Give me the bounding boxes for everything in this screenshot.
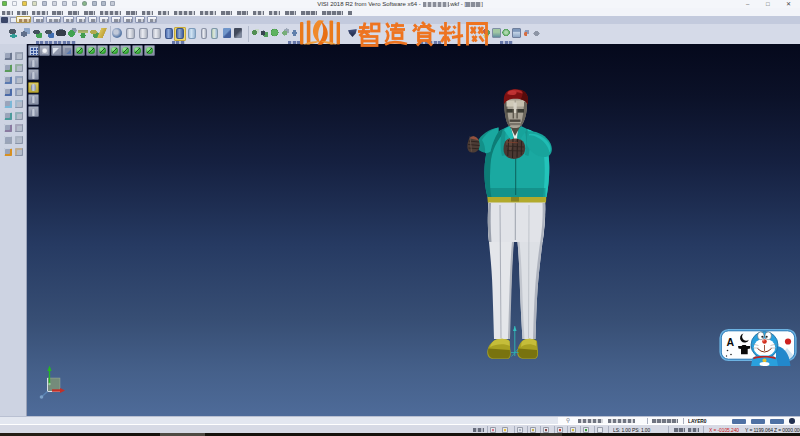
svg-text:A: A [727,336,735,348]
